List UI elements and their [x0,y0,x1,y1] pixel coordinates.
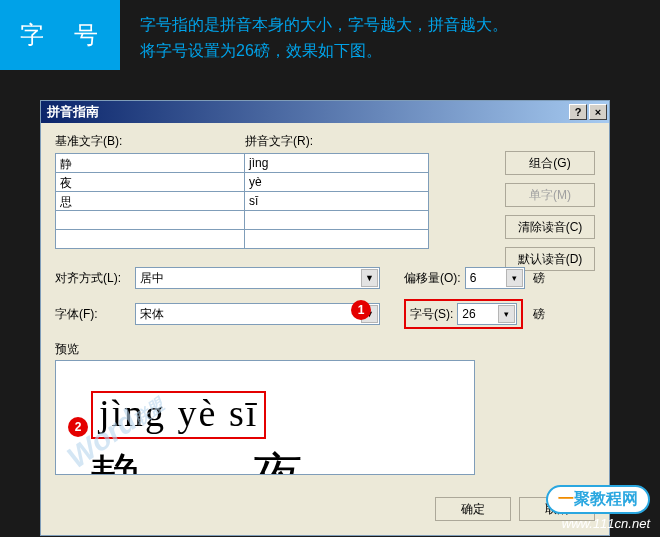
preview-pinyin-text: jìng yè sī [91,391,266,439]
ruby-text-cell[interactable]: sī [244,191,429,211]
offset-label: 偏移量(O): [404,270,461,287]
preview-hanzi-text: 静 夜 思 [91,443,474,475]
preview-label: 预览 [55,341,595,358]
base-text-cell[interactable] [55,210,245,230]
ok-button[interactable]: 确定 [435,497,511,521]
instruction-banner: 字 号 字号指的是拼音本身的大小，字号越大，拼音越大。 将字号设置为26磅，效果… [0,0,660,70]
font-value: 宋体 [140,306,164,323]
font-row: 字体(F): 宋体 ▼ 字号(S): 26 ▾ 磅 [55,299,595,329]
font-combo[interactable]: 宋体 ▼ [135,303,380,325]
size-spinner[interactable]: 26 ▾ [457,303,517,325]
banner-line-2: 将字号设置为26磅，效果如下图。 [140,38,660,64]
spinner-icon[interactable]: ▾ [498,305,515,323]
dialog-titlebar: 拼音指南 ? × [41,101,609,123]
font-label: 字体(F): [55,306,129,323]
single-char-button[interactable]: 单字(M) [505,183,595,207]
offset-value: 6 [470,271,477,285]
side-button-group: 组合(G) 单字(M) 清除读音(C) 默认读音(D) [505,151,595,271]
alignment-value: 居中 [140,270,164,287]
base-text-cell[interactable]: 静 [55,153,245,173]
size-unit: 磅 [533,306,545,323]
size-label: 字号(S): [410,306,453,323]
banner-line-1: 字号指的是拼音本身的大小，字号越大，拼音越大。 [140,12,660,38]
column-headers: 基准文字(B): 拼音文字(R): [55,133,595,150]
banner-tab: 字 号 [0,0,120,70]
callout-marker-1: 1 [351,300,371,320]
base-text-cell[interactable] [55,229,245,249]
callout-marker-2: 2 [68,417,88,437]
base-text-header: 基准文字(B): [55,133,245,150]
ruby-text-cell[interactable] [244,210,429,230]
ruby-text-cell[interactable] [244,229,429,249]
alignment-combo[interactable]: 居中 ▼ [135,267,380,289]
combine-button[interactable]: 组合(G) [505,151,595,175]
preview-box: 2 jìng yè sī 静 夜 思 [55,360,475,475]
ruby-text-cell[interactable]: jìng [244,153,429,173]
dialog-body: 1 基准文字(B): 拼音文字(R): 静 jìng 夜 yè 思 sī [41,123,609,535]
base-text-cell[interactable]: 夜 [55,172,245,192]
dialog-title: 拼音指南 [47,103,99,121]
ruby-guide-dialog: 拼音指南 ? × 1 基准文字(B): 拼音文字(R): 静 jìng 夜 yè… [40,100,610,536]
banner-description: 字号指的是拼音本身的大小，字号越大，拼音越大。 将字号设置为26磅，效果如下图。 [120,0,660,63]
offset-unit: 磅 [533,270,545,287]
chevron-down-icon[interactable]: ▼ [361,269,378,287]
spinner-icon[interactable]: ▾ [506,269,523,287]
ruby-text-cell[interactable]: yè [244,172,429,192]
size-value: 26 [462,307,475,321]
clear-reading-button[interactable]: 清除读音(C) [505,215,595,239]
offset-spinner[interactable]: 6 ▾ [465,267,525,289]
cancel-button[interactable]: 取消 [519,497,595,521]
alignment-row: 对齐方式(L): 居中 ▼ 偏移量(O): 6 ▾ 磅 [55,267,595,289]
alignment-label: 对齐方式(L): [55,270,129,287]
dialog-action-buttons: 确定 取消 [435,497,595,521]
ruby-text-header: 拼音文字(R): [245,133,313,150]
close-button[interactable]: × [589,104,607,120]
help-button[interactable]: ? [569,104,587,120]
base-text-cell[interactable]: 思 [55,191,245,211]
